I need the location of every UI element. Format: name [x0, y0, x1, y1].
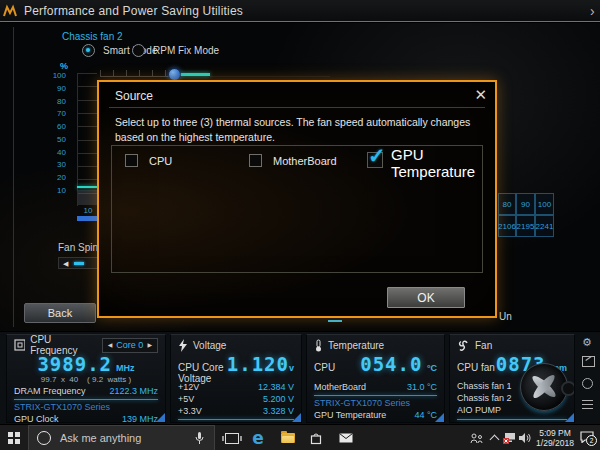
- page-title: Performance and Power Saving Utilities: [24, 4, 243, 18]
- temperature-unit: °C: [427, 363, 437, 373]
- card-title: Temperature: [328, 340, 384, 351]
- settings-gear-icon[interactable]: ⚙: [582, 336, 592, 349]
- thermometer-icon: [314, 339, 323, 352]
- core-selector[interactable]: ◀ Core 0 ▶: [102, 338, 158, 353]
- motherboard-checkbox[interactable]: [249, 154, 262, 167]
- y-tick: 70: [40, 109, 66, 119]
- resize-corner-icon[interactable]: [565, 413, 574, 422]
- gpu-name: STRIX-GTX1070 Series: [457, 422, 567, 423]
- tray-chevron-up-icon[interactable]: [488, 425, 500, 450]
- task-view-button[interactable]: [222, 425, 242, 450]
- action-center-icon[interactable]: 2: [578, 425, 596, 450]
- ring-icon[interactable]: [582, 378, 593, 389]
- y-tick: 60: [40, 122, 66, 132]
- clock-time: 5:09 PM: [531, 428, 579, 438]
- background-accent-dash: [328, 320, 342, 322]
- monitor-row: +3.3V3.328 V: [178, 405, 294, 417]
- store-icon[interactable]: [306, 425, 326, 450]
- table-cell[interactable]: 2241: [535, 215, 554, 237]
- monitor-row: GPU Clock 139 MHz: [14, 413, 158, 423]
- voltage-value: 1.120: [227, 353, 289, 375]
- chip-icon: [14, 339, 25, 351]
- dialog-title: Source: [115, 89, 153, 103]
- left-border-line: [13, 27, 14, 327]
- rpm-fix-mode-radio[interactable]: RPM Fix Mode: [132, 44, 219, 57]
- prev-core-arrow-icon[interactable]: ◀: [108, 342, 113, 348]
- resize-corner-icon[interactable]: [156, 413, 165, 422]
- y-tick: 100: [40, 71, 66, 81]
- cyan-divider: [14, 399, 158, 400]
- cpu-checkbox[interactable]: [125, 154, 138, 167]
- dialog-title-divider: [109, 107, 485, 108]
- clipped-button-text[interactable]: Un: [499, 311, 512, 322]
- cyan-divider: [314, 395, 437, 396]
- mail-icon[interactable]: [336, 425, 356, 450]
- core-selector-value: Core 0: [116, 340, 143, 350]
- monitor-row: GPU Temperature44 °C: [314, 409, 437, 421]
- resize-corner-icon[interactable]: [435, 413, 444, 422]
- y-tick: 80: [40, 97, 66, 107]
- monitor-row: +12V12.384 V: [178, 381, 294, 393]
- voltage-card: Voltage CPU Core Voltage 1.120v +12V12.3…: [170, 334, 302, 423]
- y-tick: 10: [40, 186, 66, 196]
- cpu-frequency-card: CPU Frequency ◀ Core 0 ▶ 3989.2 MHz 99.7…: [6, 334, 166, 423]
- table-cell[interactable]: 2106: [498, 215, 516, 237]
- cpu-frequency-unit: MHz: [116, 363, 135, 373]
- chart-scrollbar[interactable]: [77, 216, 99, 221]
- fan-curve-line: [77, 186, 97, 188]
- gpu-temperature-checkbox-label[interactable]: GPU Temperature: [391, 146, 491, 180]
- table-cell[interactable]: 90: [516, 193, 535, 215]
- radio-selected-icon: [82, 44, 95, 57]
- cpu-frequency-value: 3989.2: [37, 353, 112, 375]
- network-icon[interactable]: [501, 425, 517, 450]
- card-title: Voltage: [193, 340, 226, 351]
- back-button[interactable]: Back: [24, 303, 96, 323]
- monitor-row: +5V5.200 V: [178, 393, 294, 405]
- y-axis-unit: %: [60, 61, 68, 71]
- fan-curve-fill: [78, 190, 97, 205]
- notification-badge: 2: [586, 435, 597, 446]
- taskbar-clock[interactable]: 5:09 PM 1/29/2018: [531, 428, 579, 448]
- table-cell[interactable]: 80: [498, 193, 516, 215]
- edge-browser-icon[interactable]: e: [248, 425, 268, 450]
- volume-icon[interactable]: [517, 425, 532, 450]
- gpu-name: STRIX-GTX1070 Series: [178, 422, 294, 423]
- y-tick: 30: [40, 160, 66, 170]
- next-core-arrow-icon[interactable]: ▶: [147, 342, 152, 348]
- search-box[interactable]: Ask me anything: [28, 425, 215, 450]
- temperature-card: Temperature CPU 054.0 °C MotherBoard31.0…: [306, 334, 445, 423]
- y-tick: 90: [40, 84, 66, 94]
- table-cell[interactable]: 2195: [516, 215, 535, 237]
- menu-icon[interactable]: [582, 400, 593, 409]
- cyan-divider: [178, 419, 294, 420]
- hardware-monitor-panel: CPU Frequency ◀ Core 0 ▶ 3989.2 MHz 99.7…: [0, 331, 600, 424]
- table-cell[interactable]: 100: [535, 193, 554, 215]
- y-tick: 20: [40, 173, 66, 183]
- stepper-value-dash: [74, 262, 84, 265]
- file-explorer-icon[interactable]: [278, 425, 298, 450]
- resize-corner-icon[interactable]: [292, 413, 301, 422]
- stepper-left-arrow-icon[interactable]: ◀: [63, 260, 68, 267]
- fan-rpm-table: 80 90 100 2106 2195 2241: [498, 193, 554, 237]
- fan-icon: [457, 339, 470, 352]
- microphone-icon[interactable]: [195, 432, 204, 445]
- check-icon: ✓: [368, 144, 386, 168]
- fan-knob-icon: [561, 381, 575, 396]
- start-button[interactable]: [8, 432, 20, 444]
- voltage-unit: v: [289, 363, 294, 373]
- titlebar-chevron-right-icon[interactable]: ›: [590, 3, 595, 19]
- slider-ruler-extension: [210, 76, 330, 77]
- lightning-icon: [178, 339, 188, 352]
- people-icon[interactable]: [468, 425, 484, 450]
- tuf-logo-icon: [2, 4, 18, 18]
- gpu-temperature-checkbox[interactable]: ✓: [367, 152, 383, 168]
- edit-panel-icon[interactable]: [582, 356, 595, 367]
- source-dialog: Source ✕ Select up to three (3) thermal …: [97, 80, 497, 318]
- close-icon[interactable]: ✕: [474, 86, 487, 104]
- cyan-divider: [457, 419, 567, 420]
- motherboard-checkbox-label[interactable]: MotherBoard: [273, 155, 337, 167]
- cpu-checkbox-label[interactable]: CPU: [149, 155, 172, 167]
- gpu-name: STRIX-GTX1070 Series: [14, 402, 158, 413]
- fan-label: CPU fan: [457, 362, 495, 373]
- ok-button[interactable]: OK: [387, 287, 465, 308]
